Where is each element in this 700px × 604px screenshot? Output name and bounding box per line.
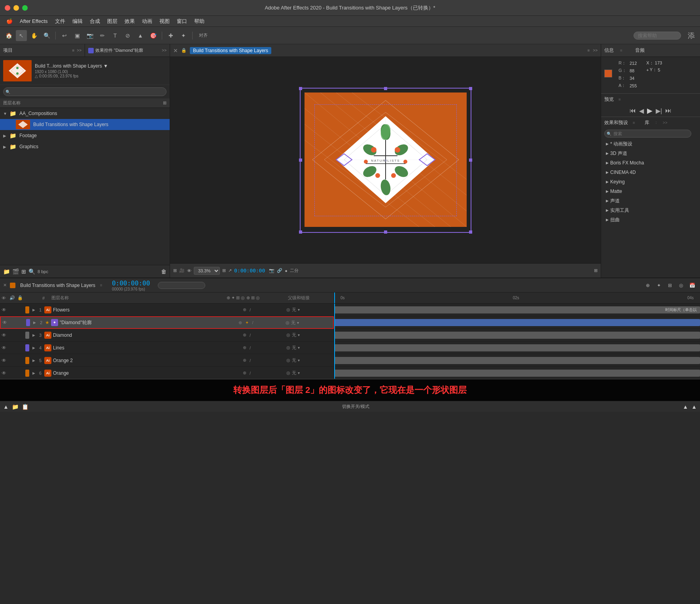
layer-4-expand[interactable]: ▶ (31, 342, 36, 354)
viewer-tool-4[interactable]: ⊞ (222, 268, 226, 273)
layer-row-4[interactable]: 👁 ▶ 4 Ai Lines ⊕ / ◎ 无 ▾ (0, 342, 334, 354)
footer-icon-5[interactable]: ▲ (691, 404, 697, 410)
l3-sw2[interactable]: / (250, 333, 251, 338)
lib-menu[interactable]: ： (654, 120, 658, 125)
project-search-input[interactable] (3, 87, 166, 96)
delete-icon[interactable]: 🗑 (161, 268, 166, 275)
menu-window[interactable]: 窗口 (174, 17, 190, 26)
layer-row-2[interactable]: 👁 ▶ 2 ★ ✦ "Diamond"轮廓 ⊕ ✦ / ◎ 无 ▾ (0, 316, 334, 329)
l6-sw1[interactable]: ⊕ (243, 370, 246, 376)
prev-back-btn[interactable]: ◀ (639, 107, 644, 115)
viewer-tool-9[interactable]: 二分 (290, 268, 299, 274)
l4-sw1[interactable]: ⊕ (243, 345, 246, 350)
maximize-button[interactable] (22, 5, 28, 11)
prev-first-btn[interactable]: ⏮ (630, 107, 636, 114)
l1-sw1[interactable]: ⊕ (243, 307, 246, 312)
comp-tab[interactable]: Build Transitions with Shape Layers (190, 47, 271, 54)
effects-item-1[interactable]: ▶ 3D 声道 (604, 149, 697, 158)
effects-item-6[interactable]: ▶ 声道 (604, 196, 697, 206)
color-swatch[interactable] (604, 70, 612, 77)
tl-btn-5[interactable]: 📅 (687, 281, 697, 290)
menu-help[interactable]: 帮助 (191, 17, 208, 26)
layer-row-5[interactable]: 👁 ▶ 5 Ai Orange 2 ⊕ / ◎ 无 ▾ (0, 354, 334, 367)
l5-sw1[interactable]: ⊕ (243, 358, 246, 363)
layer-5-vis[interactable]: 👁 (0, 354, 8, 367)
comp-close-icon[interactable]: ✕ (173, 47, 178, 54)
help-search-input[interactable] (634, 32, 681, 40)
footer-icon-4[interactable]: ▲ (683, 404, 688, 410)
new-folder-icon[interactable]: 📁 (3, 268, 10, 275)
layer-6-parent-dropdown[interactable]: ▾ (298, 371, 300, 375)
shape-tool[interactable]: ▣ (72, 30, 83, 41)
effects-item-4[interactable]: ▶ Keying (604, 177, 697, 187)
layer-4-parent-dropdown[interactable]: ▾ (298, 345, 300, 350)
search-icon-bottom[interactable]: 🔍 (28, 268, 35, 275)
l2-sw1[interactable]: ⊕ (238, 320, 242, 325)
viewer-tool-2[interactable]: 🎥 (179, 268, 185, 273)
tl-btn-4[interactable]: ◎ (676, 281, 686, 290)
hand-tool[interactable]: ✋ (28, 30, 40, 41)
layer-6-vis[interactable]: 👁 (0, 367, 8, 379)
l5-sw2[interactable]: / (250, 358, 251, 363)
layer-row-3[interactable]: 👁 ▶ 3 Ai Diamond ⊕ / ◎ 无 ▾ (0, 329, 334, 342)
star-tool[interactable]: ✦ (178, 30, 189, 41)
layer-1-parent-dropdown[interactable]: ▾ (298, 308, 300, 312)
preview-menu[interactable]: ≡ (619, 97, 621, 102)
layer-row-1[interactable]: 👁 ▶ 1 Ai Flowers ⊕ / ◎ 无 ▾ (0, 304, 334, 316)
brush-tool[interactable]: ⊘ (122, 30, 133, 41)
l2-sw2[interactable]: / (252, 320, 253, 325)
layer-6-expand[interactable]: ▶ (31, 367, 36, 379)
layer-5-expand[interactable]: ▶ (31, 354, 36, 367)
viewer-tool-10[interactable]: ⊞ (594, 268, 598, 273)
menu-file[interactable]: 文件 (52, 17, 68, 26)
menu-effects[interactable]: 效果 (121, 17, 138, 26)
menu-animation[interactable]: 动画 (139, 17, 155, 26)
zoom-tool[interactable]: 🔍 (41, 30, 52, 41)
layer-2-vis[interactable]: 👁 (1, 316, 9, 329)
l2-sw-star[interactable]: ✦ (245, 320, 249, 325)
layer-row-6[interactable]: 👁 ▶ 6 Ai Orange ⊕ / ◎ 无 ▾ (0, 367, 334, 379)
l4-sw2[interactable]: / (250, 345, 251, 350)
new-item-icon[interactable]: ⊞ (21, 268, 26, 275)
l1-sw2[interactable]: / (250, 308, 251, 312)
tl-btn-1[interactable]: ⊕ (643, 281, 653, 290)
layer-3-expand[interactable]: ▶ (31, 329, 36, 342)
effects-item-5[interactable]: ▶ Matte (604, 187, 697, 196)
l3-sw1[interactable]: ⊕ (243, 332, 246, 338)
folder-toggle[interactable]: ▼ (3, 111, 8, 116)
effects-item-0[interactable]: ▶ * 动画预设 (604, 139, 697, 149)
folder-aa-compositions[interactable]: ▼ 📁 AA_Compositions (0, 108, 170, 119)
tab-audio[interactable]: 音频 (635, 47, 645, 54)
cols-icon[interactable]: ⊞ (163, 100, 166, 106)
add-button[interactable]: 添 (686, 30, 697, 41)
graphics-toggle[interactable]: ▶ (3, 145, 8, 149)
add-tool[interactable]: ✚ (165, 30, 176, 41)
undo-tool[interactable]: ↩ (59, 30, 70, 41)
zoom-select[interactable]: 33.3% (194, 267, 220, 275)
l6-sw2[interactable]: / (250, 371, 251, 376)
viewer-tool-6[interactable]: 📷 (269, 268, 274, 273)
camera-tool[interactable]: 📷 (84, 30, 95, 41)
text-tool[interactable]: T (110, 30, 121, 41)
timeline-close[interactable]: ✕ (3, 283, 7, 288)
menu-apple[interactable]: 🍎 (3, 17, 16, 25)
info-menu[interactable]: ≡ (620, 48, 622, 53)
play-btn[interactable]: ▶ (647, 106, 653, 115)
effects-item-8[interactable]: ▶ 扭曲 (604, 215, 697, 225)
timeline-menu[interactable]: ≡ (100, 283, 102, 287)
minimize-button[interactable] (13, 5, 19, 11)
viewer-tool-1[interactable]: ⊞ (173, 268, 177, 273)
project-expand-icon[interactable]: >> (77, 48, 81, 53)
comp-item-build-transitions[interactable]: Build Transitions with Shape Layers (0, 119, 170, 130)
menu-view[interactable]: 视图 (156, 17, 173, 26)
project-menu-icon[interactable]: ≡ (72, 48, 74, 53)
new-comp-icon[interactable]: 🎬 (12, 268, 19, 275)
comp-menu-icon[interactable]: ≡ (587, 48, 590, 53)
timeline-search-input[interactable] (158, 282, 205, 289)
layer-2-expand[interactable]: ▶ (32, 316, 37, 329)
folder-graphics[interactable]: ▶ 📁 Graphics (0, 141, 170, 152)
puppet-tool[interactable]: 🎯 (148, 30, 159, 41)
switch-mode-label[interactable]: 切换开关/模式 (32, 404, 679, 410)
footer-icon-1[interactable]: ▲ (3, 404, 9, 410)
viewer-tool-8[interactable]: ● (285, 268, 288, 273)
